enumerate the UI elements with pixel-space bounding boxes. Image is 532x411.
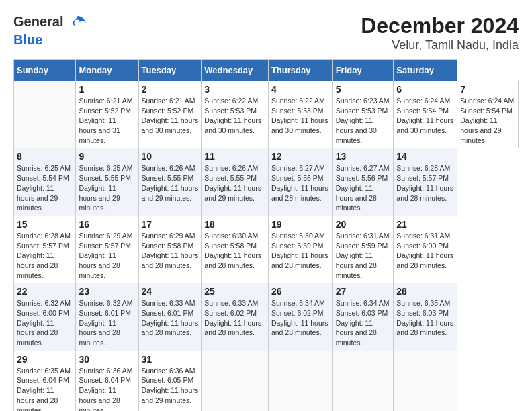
sunrise-text: Sunrise: 6:27 AM — [271, 164, 325, 172]
daylight-text: Daylight: 11 hours and 28 minutes. — [142, 251, 199, 269]
page-header: General Blue December 2024 Velur, Tamil … — [13, 13, 519, 52]
calendar-cell: 19Sunrise: 6:30 AMSunset: 5:59 PMDayligh… — [268, 216, 332, 283]
sunset-text: Sunset: 5:58 PM — [204, 242, 257, 250]
day-info: Sunrise: 6:31 AMSunset: 6:00 PMDaylight:… — [396, 231, 454, 271]
sunset-text: Sunset: 6:00 PM — [396, 242, 449, 250]
calendar-cell: 29Sunrise: 6:35 AMSunset: 6:04 PMDayligh… — [14, 351, 76, 411]
day-info: Sunrise: 6:24 AMSunset: 5:54 PMDaylight:… — [460, 96, 515, 145]
calendar-week-3: 15Sunrise: 6:28 AMSunset: 5:57 PMDayligh… — [14, 216, 519, 283]
daylight-text: Daylight: 11 hours and 28 minutes. — [17, 319, 58, 347]
daylight-text: Daylight: 11 hours and 28 minutes. — [336, 251, 377, 279]
day-number: 5 — [336, 84, 391, 95]
day-number: 12 — [271, 151, 330, 162]
day-info: Sunrise: 6:24 AMSunset: 5:54 PMDaylight:… — [396, 96, 454, 136]
sunrise-text: Sunrise: 6:29 AM — [79, 232, 132, 240]
calendar-table: SundayMondayTuesdayWednesdayThursdayFrid… — [13, 59, 519, 411]
calendar-cell: 8Sunrise: 6:25 AMSunset: 5:54 PMDaylight… — [14, 148, 76, 216]
daylight-text: Daylight: 11 hours and 28 minutes. — [204, 319, 261, 337]
daylight-text: Daylight: 11 hours and 28 minutes. — [142, 319, 199, 337]
calendar-cell: 25Sunrise: 6:33 AMSunset: 6:02 PMDayligh… — [202, 283, 269, 351]
daylight-text: Daylight: 11 hours and 28 minutes. — [17, 251, 58, 279]
sunset-text: Sunset: 6:00 PM — [17, 309, 69, 317]
sunrise-text: Sunrise: 6:36 AM — [79, 367, 132, 375]
calendar-cell: 22Sunrise: 6:32 AMSunset: 6:00 PMDayligh… — [14, 283, 76, 351]
day-info: Sunrise: 6:21 AMSunset: 5:52 PMDaylight:… — [79, 96, 135, 145]
day-number: 8 — [17, 151, 73, 162]
day-number: 25 — [204, 286, 265, 297]
day-info: Sunrise: 6:25 AMSunset: 5:55 PMDaylight:… — [79, 163, 135, 212]
sunset-text: Sunset: 5:53 PM — [271, 107, 324, 115]
calendar-cell: 24Sunrise: 6:33 AMSunset: 6:01 PMDayligh… — [138, 283, 202, 351]
sunrise-text: Sunrise: 6:36 AM — [142, 367, 195, 375]
sunset-text: Sunset: 5:55 PM — [79, 174, 131, 182]
sunrise-text: Sunrise: 6:28 AM — [396, 164, 450, 172]
calendar-cell: 10Sunrise: 6:26 AMSunset: 5:55 PMDayligh… — [138, 148, 202, 216]
day-number: 3 — [204, 84, 265, 95]
calendar-cell: 17Sunrise: 6:29 AMSunset: 5:58 PMDayligh… — [138, 216, 202, 283]
day-number: 21 — [396, 219, 454, 230]
sunset-text: Sunset: 5:57 PM — [17, 242, 69, 250]
day-number: 2 — [142, 84, 199, 95]
calendar-cell — [202, 351, 269, 411]
daylight-text: Daylight: 11 hours and 29 minutes. — [79, 184, 120, 212]
day-number: 30 — [79, 354, 135, 365]
calendar-cell: 16Sunrise: 6:29 AMSunset: 5:57 PMDayligh… — [76, 216, 138, 283]
calendar-cell — [268, 351, 332, 411]
calendar-week-5: 29Sunrise: 6:35 AMSunset: 6:04 PMDayligh… — [14, 351, 519, 411]
day-info: Sunrise: 6:25 AMSunset: 5:54 PMDaylight:… — [17, 163, 73, 212]
sunset-text: Sunset: 5:54 PM — [396, 107, 449, 115]
daylight-text: Daylight: 11 hours and 28 minutes. — [396, 319, 453, 337]
calendar-cell: 26Sunrise: 6:34 AMSunset: 6:02 PMDayligh… — [268, 283, 332, 351]
day-info: Sunrise: 6:36 AMSunset: 6:04 PMDaylight:… — [79, 366, 135, 411]
calendar-cell: 28Sunrise: 6:35 AMSunset: 6:03 PMDayligh… — [394, 283, 457, 351]
daylight-text: Daylight: 11 hours and 28 minutes. — [79, 251, 120, 279]
sunrise-text: Sunrise: 6:24 AM — [460, 97, 514, 105]
daylight-text: Daylight: 11 hours and 28 minutes. — [271, 319, 328, 337]
calendar-cell: 7Sunrise: 6:24 AMSunset: 5:54 PMDaylight… — [457, 81, 519, 148]
day-info: Sunrise: 6:34 AMSunset: 6:03 PMDaylight:… — [336, 298, 391, 347]
calendar-cell: 15Sunrise: 6:28 AMSunset: 5:57 PMDayligh… — [14, 216, 76, 283]
sunrise-text: Sunrise: 6:30 AM — [271, 232, 325, 240]
calendar-week-2: 8Sunrise: 6:25 AMSunset: 5:54 PMDaylight… — [14, 148, 519, 216]
day-info: Sunrise: 6:27 AMSunset: 5:56 PMDaylight:… — [336, 163, 391, 212]
sunset-text: Sunset: 5:55 PM — [142, 174, 194, 182]
calendar-cell: 18Sunrise: 6:30 AMSunset: 5:58 PMDayligh… — [202, 216, 269, 283]
calendar-cell: 31Sunrise: 6:36 AMSunset: 6:05 PMDayligh… — [138, 351, 202, 411]
sunset-text: Sunset: 5:59 PM — [336, 242, 388, 250]
sunset-text: Sunset: 6:01 PM — [79, 309, 131, 317]
daylight-text: Daylight: 11 hours and 29 minutes. — [17, 184, 58, 212]
calendar-cell: 6Sunrise: 6:24 AMSunset: 5:54 PMDaylight… — [394, 81, 457, 148]
day-number: 20 — [336, 219, 391, 230]
sunset-text: Sunset: 5:54 PM — [17, 174, 69, 182]
calendar-cell: 5Sunrise: 6:23 AMSunset: 5:53 PMDaylight… — [332, 81, 394, 148]
day-number: 17 — [142, 219, 199, 230]
logo-general: General — [13, 13, 87, 32]
calendar-cell: 20Sunrise: 6:31 AMSunset: 5:59 PMDayligh… — [332, 216, 394, 283]
day-info: Sunrise: 6:34 AMSunset: 6:02 PMDaylight:… — [271, 298, 330, 338]
day-info: Sunrise: 6:26 AMSunset: 5:55 PMDaylight:… — [142, 163, 199, 203]
sunrise-text: Sunrise: 6:31 AM — [396, 232, 450, 240]
calendar-cell: 3Sunrise: 6:22 AMSunset: 5:53 PMDaylight… — [202, 81, 269, 148]
calendar-week-1: 1Sunrise: 6:21 AMSunset: 5:52 PMDaylight… — [14, 81, 519, 148]
calendar-cell: 1Sunrise: 6:21 AMSunset: 5:52 PMDaylight… — [76, 81, 138, 148]
sunset-text: Sunset: 5:54 PM — [460, 107, 513, 115]
day-info: Sunrise: 6:22 AMSunset: 5:53 PMDaylight:… — [271, 96, 330, 136]
day-number: 19 — [271, 219, 330, 230]
calendar-header-row: SundayMondayTuesdayWednesdayThursdayFrid… — [14, 60, 519, 81]
calendar-cell: 27Sunrise: 6:34 AMSunset: 6:03 PMDayligh… — [332, 283, 394, 351]
sunrise-text: Sunrise: 6:33 AM — [142, 299, 195, 307]
day-info: Sunrise: 6:30 AMSunset: 5:58 PMDaylight:… — [204, 231, 265, 271]
sunrise-text: Sunrise: 6:24 AM — [396, 97, 450, 105]
sunset-text: Sunset: 6:03 PM — [396, 309, 449, 317]
sunrise-text: Sunrise: 6:28 AM — [17, 232, 71, 240]
day-info: Sunrise: 6:35 AMSunset: 6:04 PMDaylight:… — [17, 366, 73, 411]
sunset-text: Sunset: 6:02 PM — [204, 309, 257, 317]
sunrise-text: Sunrise: 6:22 AM — [271, 97, 325, 105]
daylight-text: Daylight: 11 hours and 30 minutes. — [142, 116, 199, 134]
calendar-cell: 9Sunrise: 6:25 AMSunset: 5:55 PMDaylight… — [76, 148, 138, 216]
daylight-text: Daylight: 11 hours and 31 minutes. — [79, 116, 120, 144]
day-number: 7 — [460, 84, 515, 95]
day-number: 4 — [271, 84, 330, 95]
day-number: 1 — [79, 84, 135, 95]
daylight-text: Daylight: 11 hours and 28 minutes. — [79, 386, 120, 411]
